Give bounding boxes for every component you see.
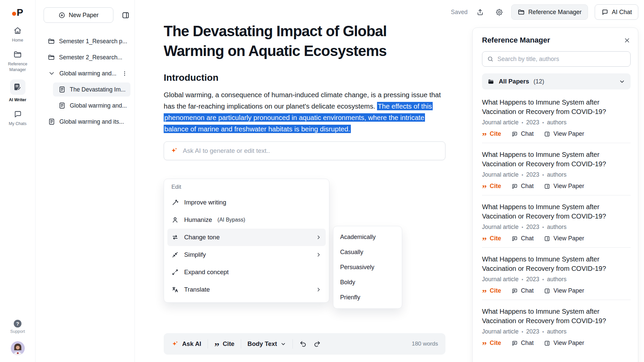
view-paper-button[interactable]: View Paper: [544, 287, 584, 294]
paragraph[interactable]: Global warming, a consequence of human-i…: [164, 89, 445, 135]
tone-option-prienfly[interactable]: Prienfly: [333, 290, 402, 305]
tree-folder-global-warming[interactable]: Global warming and...: [40, 66, 130, 80]
text-style-dropdown[interactable]: Body Text: [248, 340, 286, 348]
view-paper-button-label: View Paper: [553, 340, 584, 347]
cite-button-label: Cite: [490, 235, 501, 242]
ai-chat-button[interactable]: AI Chat: [595, 4, 638, 20]
chat-button[interactable]: Chat: [511, 340, 534, 347]
ai-edit-menu: Edit Improve writingHumanize(AI Bypass)C…: [164, 179, 329, 303]
cite-button[interactable]: ”Cite: [482, 340, 501, 347]
paper-meta: Journal article•2023•authors: [482, 224, 631, 231]
meta-value: Journal article: [482, 224, 519, 231]
reference-manager-panel: Reference Manager All Papers (12) What H…: [472, 27, 638, 362]
menu-item-change-tone[interactable]: Change tone: [167, 229, 326, 246]
rail-item-reference-manager[interactable]: Reference Manager: [0, 50, 35, 72]
view-paper-button[interactable]: View Paper: [544, 183, 584, 190]
kebab-menu-icon[interactable]: [121, 70, 128, 77]
meta-value: Journal article: [482, 119, 519, 126]
tone-option-boldy[interactable]: Boldy: [333, 275, 402, 290]
translate-icon: [171, 286, 179, 293]
chevron-right-icon: [316, 252, 322, 258]
paper-title[interactable]: What Happens to Immune System after Vacc…: [482, 202, 631, 221]
rail-nav: HomeReference ManagerAI WriterMy Chats: [0, 26, 35, 133]
view-paper-button[interactable]: View Paper: [544, 130, 584, 137]
editor-toolbar: Ask AI ” Cite Body Text 180 words: [164, 333, 445, 355]
support-help-icon[interactable]: ?: [14, 320, 21, 327]
tone-option-persuasively[interactable]: Persuasively: [333, 260, 402, 275]
collapse-panel-icon[interactable]: [121, 11, 130, 19]
ask-ai-toolbar-button[interactable]: Ask AI: [171, 340, 201, 348]
folder-icon: [518, 8, 525, 16]
folder-icon: [48, 38, 55, 45]
view-paper-button-label: View Paper: [553, 235, 584, 242]
section-heading[interactable]: Introduction: [164, 72, 445, 83]
new-paper-button[interactable]: New Paper: [44, 7, 113, 23]
paper-title[interactable]: What Happens to Immune System after Vacc…: [482, 254, 631, 273]
collection-dropdown[interactable]: All Papers (12): [482, 73, 631, 89]
menu-item-improve-writing[interactable]: Improve writing: [167, 194, 326, 211]
paper-title[interactable]: What Happens to Immune System after Vacc…: [482, 98, 631, 116]
paper-meta: Journal article•2023•authors: [482, 119, 631, 126]
view-paper-button[interactable]: View Paper: [544, 340, 584, 347]
change-tone-submenu: AcademicallyCasuallyPersuasivelyBoldyPri…: [333, 226, 402, 309]
undo-button[interactable]: [299, 340, 307, 348]
cite-button[interactable]: ”Cite: [482, 287, 501, 294]
word-count: 180 words: [412, 341, 438, 347]
chat-icon: [601, 8, 608, 16]
rail-item-home[interactable]: Home: [0, 26, 35, 43]
document-tree: Semester 1_Research p...Semester 2_Resea…: [40, 34, 130, 129]
close-icon[interactable]: [624, 37, 631, 44]
meta-value: authors: [547, 276, 567, 283]
menu-section-label: Edit: [167, 183, 326, 194]
tree-folder-semester-1-res[interactable]: Semester 1_Research p...: [40, 34, 130, 48]
tree-folder-semester-2-res[interactable]: Semester 2_Research...: [40, 50, 130, 64]
menu-item-expand-concept[interactable]: Expand concept: [167, 263, 326, 281]
chat-button[interactable]: Chat: [511, 235, 534, 242]
cite-toolbar-button[interactable]: ” Cite: [214, 340, 234, 348]
menu-item-simplify[interactable]: Simplify: [167, 246, 326, 263]
meta-dot: •: [542, 329, 544, 335]
cite-button[interactable]: ”Cite: [482, 235, 501, 242]
reference-search-input[interactable]: [497, 56, 626, 63]
tree-doc-the-devastatin[interactable]: The Devastating Im...: [53, 82, 130, 97]
rail-item-ai-writer[interactable]: AI Writer: [0, 79, 35, 103]
chevron-down-icon: [619, 78, 625, 85]
paper-card: What Happens to Immune System after Vacc…: [482, 247, 631, 300]
chat-button[interactable]: Chat: [511, 130, 534, 137]
chevron-down-icon: [48, 70, 55, 77]
paper-title[interactable]: What Happens to Immune System after Vacc…: [482, 150, 631, 169]
cite-button[interactable]: ”Cite: [482, 183, 501, 190]
share-icon[interactable]: [476, 8, 484, 16]
cite-button-label: Cite: [490, 130, 501, 137]
chat-button[interactable]: Chat: [511, 287, 534, 294]
tree-doc-global-warming[interactable]: Global warming and its...: [40, 115, 130, 129]
reference-manager-toggle-label: Reference Manager: [528, 9, 582, 16]
menu-item-translate[interactable]: Translate: [167, 281, 326, 298]
paper-title[interactable]: The Devastating Impact of Global Warming…: [164, 21, 445, 61]
meta-value: 2023: [526, 171, 539, 178]
ask-ai-input[interactable]: [183, 147, 439, 155]
view-paper-button[interactable]: View Paper: [544, 235, 584, 242]
cite-button[interactable]: ”Cite: [482, 130, 501, 137]
meta-value: 2023: [526, 276, 539, 283]
chat-lines-icon: [511, 131, 518, 137]
redo-button[interactable]: [313, 340, 321, 348]
gear-icon[interactable]: [495, 8, 503, 16]
paper-title[interactable]: What Happens to Immune System after Vacc…: [482, 307, 631, 325]
support-label: Support: [10, 329, 25, 334]
chat-button-label: Chat: [521, 340, 534, 347]
rail-item-my-chats[interactable]: My Chats: [0, 110, 35, 126]
menu-item-label: Change tone: [184, 234, 220, 241]
chat-lines-icon: [511, 235, 518, 242]
reference-manager-toggle-button[interactable]: Reference Manager: [511, 4, 588, 20]
tone-option-academically[interactable]: Academically: [333, 230, 402, 245]
menu-item-humanize[interactable]: Humanize(AI Bypass): [167, 211, 326, 229]
meta-value: Journal article: [482, 328, 519, 335]
menu-item-note: (AI Bypass): [217, 217, 245, 223]
user-avatar[interactable]: [11, 341, 25, 355]
meta-value: authors: [547, 224, 567, 231]
tone-option-casually[interactable]: Casually: [333, 245, 402, 260]
tree-item-label: Global warming and its...: [59, 118, 124, 125]
chat-button[interactable]: Chat: [511, 183, 534, 190]
tree-doc-global-warming[interactable]: Global warming and...: [53, 99, 130, 113]
